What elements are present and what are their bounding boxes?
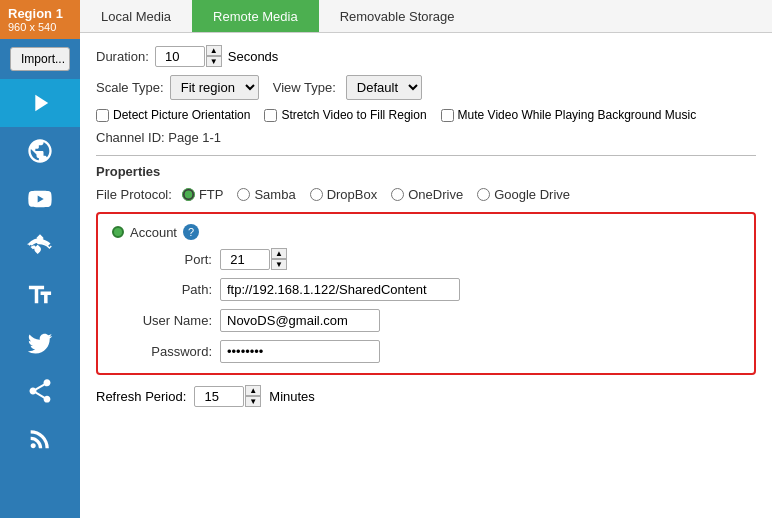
port-up-button[interactable]: ▲ (271, 248, 287, 259)
samba-radio[interactable] (237, 188, 250, 201)
ftp-option[interactable]: FTP (182, 187, 224, 202)
duration-spinner-buttons: ▲ ▼ (206, 45, 222, 67)
port-row: Port: ▲ ▼ (112, 248, 740, 270)
onedrive-label: OneDrive (408, 187, 463, 202)
channel-id: Channel ID: Page 1-1 (96, 130, 756, 145)
googledrive-label: Google Drive (494, 187, 570, 202)
path-input[interactable] (220, 278, 460, 301)
username-label: User Name: (112, 313, 212, 328)
refresh-down-button[interactable]: ▼ (245, 396, 261, 407)
stretch-video-label[interactable]: Stretch Video to Fill Region (264, 108, 426, 122)
region-label: Region 1 (8, 6, 72, 21)
properties-section: Properties File Protocol: FTP Samba Dr (96, 155, 756, 407)
port-spinner[interactable]: ▲ ▼ (220, 248, 287, 270)
username-input[interactable] (220, 309, 380, 332)
sidebar-item-youtube[interactable] (0, 175, 80, 223)
password-label: Password: (112, 344, 212, 359)
sidebar-item-rss[interactable] (0, 415, 80, 463)
refresh-spinner-buttons: ▲ ▼ (245, 385, 261, 407)
duration-spinner[interactable]: ▲ ▼ (155, 45, 222, 67)
port-down-button[interactable]: ▼ (271, 259, 287, 270)
refresh-period-label: Refresh Period: (96, 389, 186, 404)
duration-down-button[interactable]: ▼ (206, 56, 222, 67)
tab-removable-storage[interactable]: Removable Storage (319, 0, 476, 32)
password-input[interactable] (220, 340, 380, 363)
port-input[interactable] (220, 249, 270, 270)
detect-picture-label[interactable]: Detect Picture Orientation (96, 108, 250, 122)
view-type-label: View Type: (273, 80, 336, 95)
ftp-radio[interactable] (182, 188, 195, 201)
refresh-row: Refresh Period: ▲ ▼ Minutes (96, 385, 756, 407)
mute-video-checkbox[interactable] (441, 109, 454, 122)
sidebar-item-play[interactable] (0, 79, 80, 127)
account-label: Account (130, 225, 177, 240)
properties-title: Properties (96, 164, 756, 179)
file-protocol-row: File Protocol: FTP Samba DropBox (96, 187, 756, 202)
sidebar: Region 1 960 x 540 Import... (0, 0, 80, 518)
region-header: Region 1 960 x 540 (0, 0, 80, 39)
detect-picture-checkbox[interactable] (96, 109, 109, 122)
mute-video-label[interactable]: Mute Video While Playing Background Musi… (441, 108, 697, 122)
port-spinner-buttons: ▲ ▼ (271, 248, 287, 270)
refresh-spinner[interactable]: ▲ ▼ (194, 385, 261, 407)
tab-remote-media[interactable]: Remote Media (192, 0, 319, 32)
onedrive-option[interactable]: OneDrive (391, 187, 463, 202)
minutes-label: Minutes (269, 389, 315, 404)
refresh-up-button[interactable]: ▲ (245, 385, 261, 396)
sidebar-item-social[interactable] (0, 367, 80, 415)
account-box: Account ? Port: ▲ ▼ (96, 212, 756, 375)
import-button[interactable]: Import... (10, 47, 70, 71)
dropbox-label: DropBox (327, 187, 378, 202)
checkbox-row: Detect Picture Orientation Stretch Video… (96, 108, 756, 122)
stretch-video-checkbox[interactable] (264, 109, 277, 122)
file-protocol-radio-group: FTP Samba DropBox OneDrive (182, 187, 570, 202)
sidebar-item-text[interactable] (0, 271, 80, 319)
file-protocol-label: File Protocol: (96, 187, 172, 202)
content-area: Duration: ▲ ▼ Seconds Scale Type: Fit re… (80, 33, 772, 518)
path-label: Path: (112, 282, 212, 297)
samba-label: Samba (254, 187, 295, 202)
duration-label: Duration: (96, 49, 149, 64)
tab-bar: Local Media Remote Media Removable Stora… (80, 0, 772, 33)
path-row: Path: (112, 278, 740, 301)
sidebar-item-globe[interactable] (0, 127, 80, 175)
main-panel: Local Media Remote Media Removable Stora… (80, 0, 772, 518)
seconds-label: Seconds (228, 49, 279, 64)
refresh-input[interactable] (194, 386, 244, 407)
sidebar-item-broadcast[interactable] (0, 223, 80, 271)
samba-option[interactable]: Samba (237, 187, 295, 202)
account-active-indicator (112, 226, 124, 238)
port-label: Port: (112, 252, 212, 267)
username-row: User Name: (112, 309, 740, 332)
view-type-select[interactable]: Default (346, 75, 422, 100)
duration-row: Duration: ▲ ▼ Seconds (96, 45, 756, 67)
dropbox-option[interactable]: DropBox (310, 187, 378, 202)
scale-type-label: Scale Type: (96, 80, 164, 95)
help-icon[interactable]: ? (183, 224, 199, 240)
googledrive-option[interactable]: Google Drive (477, 187, 570, 202)
account-fields: Port: ▲ ▼ Path: (112, 248, 740, 363)
scale-type-select[interactable]: Fit region (170, 75, 259, 100)
duration-input[interactable] (155, 46, 205, 67)
account-header: Account ? (112, 224, 740, 240)
dropbox-radio[interactable] (310, 188, 323, 201)
duration-up-button[interactable]: ▲ (206, 45, 222, 56)
onedrive-radio[interactable] (391, 188, 404, 201)
sidebar-item-twitter[interactable] (0, 319, 80, 367)
scale-view-row: Scale Type: Fit region View Type: Defaul… (96, 75, 756, 100)
password-row: Password: (112, 340, 740, 363)
googledrive-radio[interactable] (477, 188, 490, 201)
tab-local-media[interactable]: Local Media (80, 0, 192, 32)
region-size: 960 x 540 (8, 21, 72, 33)
ftp-label: FTP (199, 187, 224, 202)
